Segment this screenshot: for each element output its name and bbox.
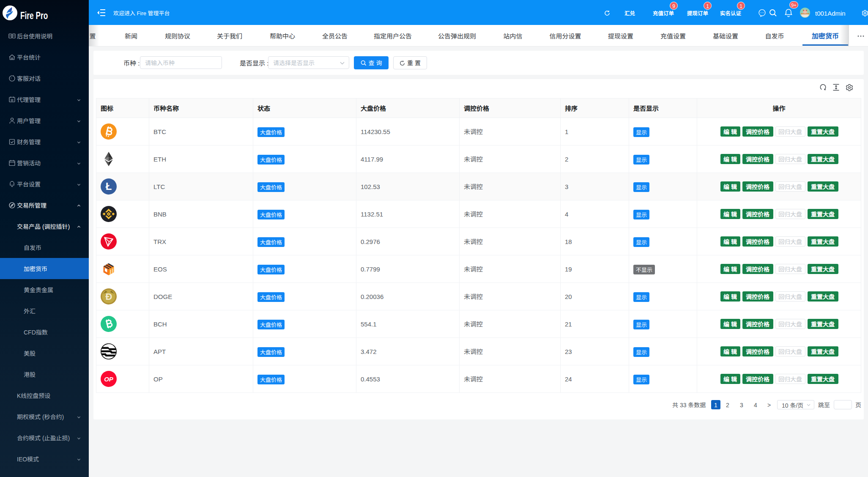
svg-text:OP: OP: [104, 376, 114, 383]
svg-text:Ł: Ł: [106, 181, 112, 192]
svg-text:Ð: Ð: [106, 291, 112, 302]
